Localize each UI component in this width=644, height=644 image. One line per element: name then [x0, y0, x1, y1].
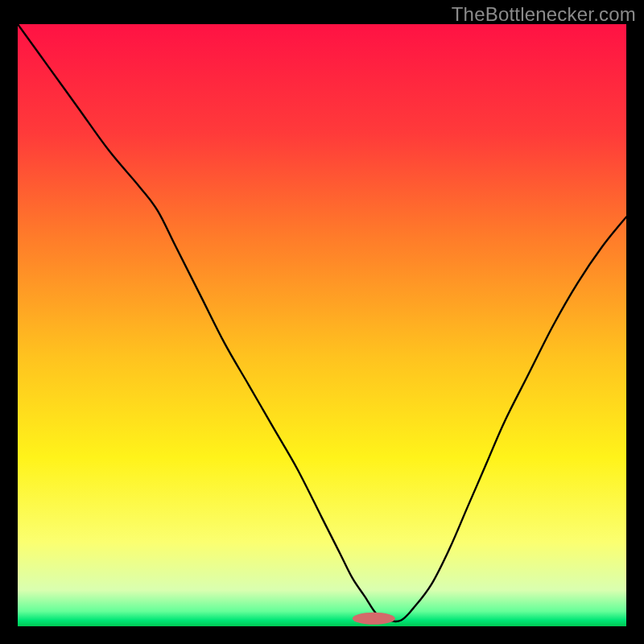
optimal-point-marker: [353, 613, 395, 625]
watermark-text: TheBottlenecker.com: [452, 3, 636, 26]
plot-area: [18, 24, 626, 626]
chart-frame: TheBottlenecker.com: [0, 0, 644, 644]
gradient-background: [18, 24, 626, 626]
chart-svg: [18, 24, 626, 626]
